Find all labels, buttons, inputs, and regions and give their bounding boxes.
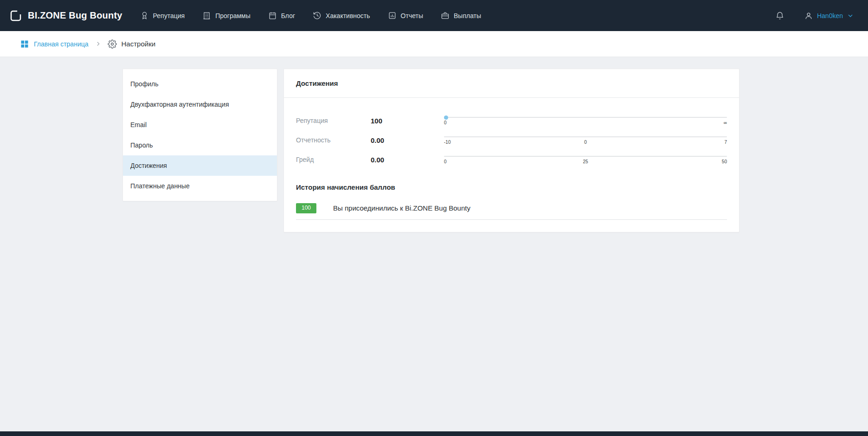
navbar-right: Han0ken [775, 11, 854, 20]
metric-label: Отчетность [296, 136, 371, 144]
points-badge: 100 [296, 203, 316, 213]
scale-mid: 0 [538, 140, 632, 145]
metric-scale: -10 0 7 [444, 135, 727, 145]
scale-max: ∞ [633, 120, 727, 125]
slider-track [444, 117, 727, 118]
sidebar-item-2fa[interactable]: Двухфакторная аутентификация [123, 94, 277, 115]
sidebar-item-profile[interactable]: Профиль [123, 74, 277, 94]
bizone-logo-icon [9, 9, 23, 23]
nav-item-programs[interactable]: Программы [202, 11, 251, 20]
top-navbar: BI.ZONE Bug Bounty Репутация Программы [0, 0, 868, 31]
nav-item-blog[interactable]: Блог [268, 11, 295, 20]
scale-labels: 0 ∞ [444, 120, 727, 125]
user-menu[interactable]: Han0ken [804, 11, 854, 20]
footer-strip [0, 431, 868, 436]
scale-max: 7 [633, 140, 727, 145]
history-icon [313, 11, 321, 20]
notifications-bell-icon[interactable] [775, 11, 784, 20]
metric-row-reporting: Отчетность 0.00 -10 0 7 [296, 130, 727, 150]
briefcase-icon [441, 11, 450, 20]
breadcrumb-current: Настройки [108, 39, 156, 49]
nav-item-hacktivity[interactable]: Хакактивность [313, 11, 370, 20]
scale-mid: 25 [538, 159, 632, 164]
report-icon [388, 11, 397, 20]
sidebar-item-achievements[interactable]: Достижения [123, 155, 277, 176]
history-entry-text: Вы присоединились к Bi.ZONE Bug Bounty [333, 204, 470, 212]
settings-sidebar: Профиль Двухфакторная аутентификация Ema… [122, 69, 277, 201]
breadcrumb: Главная страница Настройки [0, 31, 868, 57]
scale-min: -10 [444, 140, 538, 145]
user-icon [804, 11, 813, 20]
slider-track [444, 156, 727, 157]
history-title: История начисления баллов [296, 183, 727, 191]
slider-track [444, 136, 727, 137]
scale-labels: -10 0 7 [444, 140, 727, 145]
metric-value: 0.00 [371, 136, 444, 144]
nav-item-label: Выплаты [454, 12, 481, 19]
gear-icon [108, 39, 117, 49]
scale-min: 0 [444, 159, 538, 164]
breadcrumb-current-label: Настройки [122, 40, 156, 48]
panel-title: Достижения [284, 69, 739, 98]
metric-label: Репутация [296, 117, 371, 124]
metric-value: 0.00 [371, 156, 444, 164]
metric-scale: 0 ∞ [444, 116, 727, 125]
achievements-panel: Достижения Репутация 100 0 ∞ Отчетн [283, 69, 739, 232]
main-content: Профиль Двухфакторная аутентификация Ema… [0, 57, 868, 232]
history-entry: 100 Вы присоединились к Bi.ZONE Bug Boun… [296, 203, 727, 220]
metric-value: 100 [371, 117, 444, 125]
brand-name: BI.ZONE Bug Bounty [28, 10, 122, 21]
nav-item-label: Хакактивность [326, 12, 370, 19]
chevron-right-icon [95, 41, 101, 47]
nav-item-label: Программы [215, 12, 251, 19]
nav-item-reputation[interactable]: Репутация [140, 11, 185, 20]
sidebar-item-password[interactable]: Пароль [123, 135, 277, 155]
brand-logo[interactable]: BI.ZONE Bug Bounty [9, 9, 122, 23]
main-nav: Репутация Программы Блог [140, 11, 482, 20]
grid-icon [20, 39, 29, 49]
metric-label: Грейд [296, 156, 371, 163]
sidebar-item-email[interactable]: Email [123, 115, 277, 135]
metric-scale: 0 25 50 [444, 155, 727, 164]
user-name: Han0ken [817, 12, 843, 19]
scale-labels: 0 25 50 [444, 159, 727, 164]
nav-item-label: Отчеты [401, 12, 423, 19]
calendar-icon [268, 11, 277, 20]
slider-handle [444, 115, 448, 120]
medal-icon [140, 11, 149, 20]
chevron-down-icon [847, 12, 854, 19]
scale-max: 50 [633, 159, 727, 164]
nav-item-reports[interactable]: Отчеты [388, 11, 423, 20]
scale-mid [538, 120, 632, 125]
building-icon [202, 11, 211, 20]
metric-row-grade: Грейд 0.00 0 25 50 [296, 150, 727, 169]
nav-item-label: Репутация [153, 12, 185, 19]
nav-item-label: Блог [281, 12, 295, 19]
nav-item-payouts[interactable]: Выплаты [441, 11, 481, 20]
scale-min: 0 [444, 120, 538, 125]
breadcrumb-home-link[interactable]: Главная страница [20, 39, 89, 49]
sidebar-item-payment-details[interactable]: Платежные данные [123, 176, 277, 196]
metrics-list: Репутация 100 0 ∞ Отчетность 0.00 [284, 98, 739, 175]
breadcrumb-home-label: Главная страница [34, 40, 89, 48]
metric-row-reputation: Репутация 100 0 ∞ [296, 111, 727, 130]
